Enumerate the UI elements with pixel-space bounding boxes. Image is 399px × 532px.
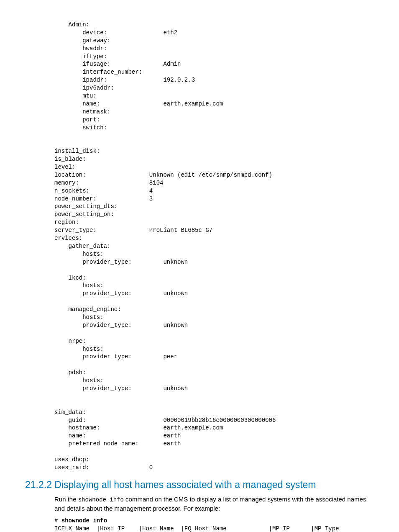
example-header: ICELX Name |Host IP |Host Name |FQ Host … (54, 525, 339, 532)
section-heading: 21.2.2 Displaying all host hames associa… (25, 479, 374, 491)
example-command: shownode info (61, 517, 107, 524)
section-title: Displaying all host hames associated wit… (54, 479, 316, 490)
paragraph-command: shownode info (78, 496, 124, 503)
example-prompt: # (54, 517, 61, 524)
section-number: 21.2.2 (25, 479, 52, 490)
section-paragraph: Run the shownode info command on the CMS… (54, 495, 374, 513)
config-output-block: Admin: device: eth2 gateway: hwaddr: ift… (54, 21, 374, 472)
example-block: # shownode info ICELX Name |Host IP |Hos… (54, 517, 374, 532)
paragraph-prefix: Run the (54, 496, 78, 503)
